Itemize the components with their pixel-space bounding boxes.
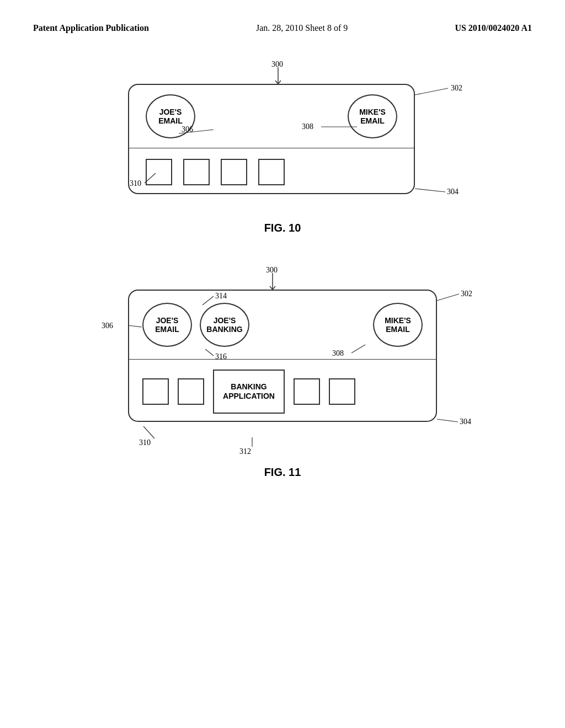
small-square-1-fig11 bbox=[142, 378, 169, 405]
fig11-card-top: JOE'S EMAIL JOE'S BANKING MIKE'S EMAIL bbox=[129, 291, 436, 360]
svg-text:310: 310 bbox=[139, 438, 151, 447]
figure-11-container: 300 JOE'S EMAIL JOE'S BANKING bbox=[44, 267, 521, 479]
fig10-wrapper: 300 JOE'S EMAIL MIKE'S bbox=[128, 84, 437, 194]
fig10-card-top: JOE'S EMAIL MIKE'S EMAIL bbox=[129, 85, 414, 148]
joe-banking-oval-fig11: JOE'S BANKING bbox=[200, 303, 249, 347]
mike-email-oval-fig10: MIKE'S EMAIL bbox=[348, 94, 397, 138]
banking-app-box: BANKING APPLICATION bbox=[213, 370, 285, 414]
small-square-1-fig10 bbox=[146, 159, 172, 185]
fig11-card-bottom: BANKING APPLICATION bbox=[129, 360, 436, 423]
fig11-caption: FIG. 11 bbox=[264, 466, 301, 479]
fig11-card: JOE'S EMAIL JOE'S BANKING MIKE'S EMAIL bbox=[128, 290, 437, 422]
svg-text:304: 304 bbox=[447, 188, 459, 196]
svg-text:312: 312 bbox=[239, 447, 251, 456]
svg-line-16 bbox=[437, 294, 459, 301]
small-square-4-fig11 bbox=[329, 378, 355, 405]
main-content: 300 JOE'S EMAIL MIKE'S bbox=[0, 45, 565, 534]
svg-line-30 bbox=[437, 419, 458, 422]
joe-email-oval-fig11: JOE'S EMAIL bbox=[142, 303, 192, 347]
small-square-2-fig10 bbox=[183, 159, 210, 185]
small-square-3-fig11 bbox=[294, 378, 320, 405]
fig10-card: JOE'S EMAIL MIKE'S EMAIL bbox=[128, 84, 415, 194]
mike-email-oval-fig11: MIKE'S EMAIL bbox=[373, 303, 423, 347]
svg-line-26 bbox=[143, 426, 154, 438]
figure-10-container: 300 JOE'S EMAIL MIKE'S bbox=[44, 62, 521, 234]
header-right: US 2010/0024020 A1 bbox=[455, 22, 532, 34]
page-header: Patent Application Publication Jan. 28, … bbox=[0, 0, 565, 45]
small-square-2-fig11 bbox=[178, 378, 204, 405]
small-square-3-fig10 bbox=[221, 159, 247, 185]
svg-text:304: 304 bbox=[460, 417, 471, 426]
patent-number-label: US 2010/0024020 A1 bbox=[455, 23, 532, 33]
fig11-wrapper: 300 JOE'S EMAIL JOE'S BANKING bbox=[95, 290, 470, 422]
date-sheet-label: Jan. 28, 2010 Sheet 8 of 9 bbox=[256, 23, 348, 33]
svg-line-11 bbox=[415, 189, 445, 192]
svg-text:302: 302 bbox=[461, 290, 472, 298]
fig10-card-bottom bbox=[129, 148, 414, 195]
svg-text:302: 302 bbox=[451, 84, 462, 92]
small-square-4-fig10 bbox=[258, 159, 285, 185]
fig10-caption: FIG. 10 bbox=[264, 222, 301, 234]
header-left: Patent Application Publication bbox=[33, 22, 149, 34]
joe-email-oval-fig10: JOE'S EMAIL bbox=[146, 94, 195, 138]
patent-publication-label: Patent Application Publication bbox=[33, 23, 149, 33]
svg-line-3 bbox=[415, 88, 448, 95]
header-center: Jan. 28, 2010 Sheet 8 of 9 bbox=[256, 22, 348, 34]
svg-text:306: 306 bbox=[102, 322, 113, 330]
